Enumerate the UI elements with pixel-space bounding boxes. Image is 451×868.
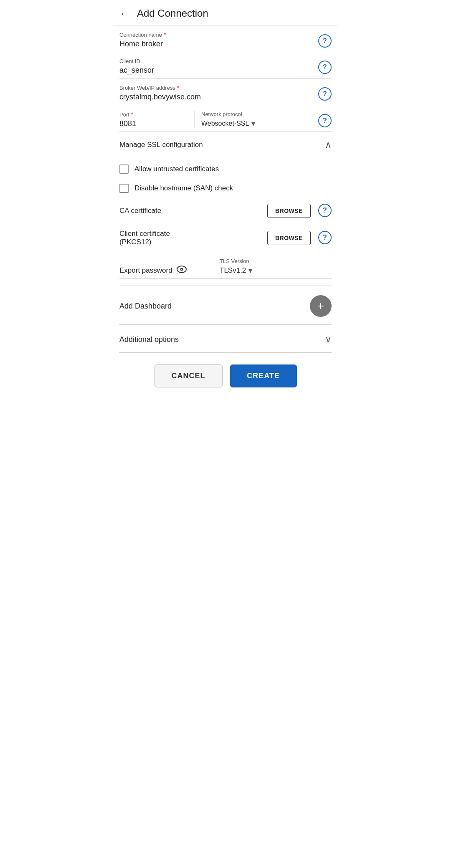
tls-version-value: TLSv1.2 [220,266,246,275]
tls-version-dropdown-arrow-icon: ▾ [248,266,252,275]
client-certificate-browse-button[interactable]: BROWSE [267,231,311,245]
export-password-label: Export password [119,266,172,275]
form: Connection name * Home broker ? Client I… [113,25,338,399]
disable-hostname-label: Disable hostname (SAN) check [134,184,233,192]
port-column: Port * 8081 [119,111,195,128]
ssl-section-header[interactable]: Manage SSL configuration ∧ [119,132,332,156]
ssl-section: Manage SSL configuration ∧ Allow untrust… [119,132,332,286]
client-certificate-label: Client certificate (PKCS12) [119,230,170,246]
eye-icon[interactable] [177,266,187,275]
tls-version-col: TLS Version TLSv1.2 ▾ [211,258,332,279]
client-id-help-icon[interactable]: ? [318,61,332,74]
export-password-col: Export password [119,266,211,279]
connection-name-value[interactable]: Home broker [119,40,314,48]
allow-untrusted-label: Allow untrusted certificates [134,165,219,173]
broker-address-field: Broker Web/IP address * crystalmq.bevywi… [119,78,332,105]
allow-untrusted-checkbox[interactable] [119,164,129,174]
disable-hostname-checkbox[interactable] [119,184,129,193]
broker-address-content: Broker Web/IP address * crystalmq.bevywi… [119,84,314,101]
protocol-dropdown-arrow-icon: ▾ [251,119,255,128]
protocol-label: Network protocol [201,111,314,117]
connection-name-help-icon[interactable]: ? [318,34,332,48]
client-certificate-row: Client certificate (PKCS12) BROWSE ? [119,224,332,252]
client-id-label: Client ID [119,58,314,64]
client-id-value[interactable]: ac_sensor [119,66,314,75]
ca-certificate-label: CA certificate [119,207,161,215]
network-protocol-help-icon[interactable]: ? [318,114,332,127]
create-button[interactable]: CREATE [230,364,297,387]
client-id-field: Client ID ac_sensor ? [119,52,332,78]
port-protocol-row: Port * 8081 Network protocol Websocket-S… [119,105,332,132]
ssl-collapse-icon: ∧ [325,139,332,150]
ca-certificate-browse-button[interactable]: BROWSE [267,204,311,218]
cancel-button[interactable]: CANCEL [155,364,223,387]
add-dashboard-row: Add Dashboard + [119,286,332,325]
footer-buttons: CANCEL CREATE [119,353,332,399]
svg-point-2 [181,269,182,270]
ca-certificate-row: CA certificate BROWSE ? [119,198,332,224]
ssl-title: Manage SSL configuration [119,141,203,149]
ca-certificate-actions: BROWSE ? [267,204,332,218]
port-value[interactable]: 8081 [119,119,186,128]
required-marker: * [164,31,166,38]
client-certificate-help-icon[interactable]: ? [318,231,332,244]
connection-name-label: Connection name * [119,31,314,38]
broker-address-value[interactable]: crystalmq.bevywise.com [119,93,314,101]
client-id-content: Client ID ac_sensor [119,58,314,75]
client-certificate-actions: BROWSE ? [267,231,332,245]
ca-certificate-help-icon[interactable]: ? [318,204,332,217]
tls-version-label: TLS Version [220,258,332,264]
additional-options-label: Additional options [119,335,179,344]
broker-address-label: Broker Web/IP address * [119,84,314,91]
additional-options-row[interactable]: Additional options ∨ [119,325,332,353]
export-tls-row: Export password TLS Version TLSv1.2 [119,252,332,279]
connection-name-content: Connection name * Home broker [119,31,314,48]
additional-options-expand-icon: ∨ [325,334,332,345]
back-button[interactable]: ← [119,8,130,19]
tls-version-select[interactable]: TLSv1.2 ▾ [220,266,332,275]
required-marker-port: * [131,111,133,118]
required-marker-broker: * [177,84,179,91]
allow-untrusted-row: Allow untrusted certificates [119,159,332,179]
header: ← Add Connection [113,0,338,25]
port-label: Port * [119,111,186,118]
protocol-column: Network protocol Websocket-SSL ▾ [201,111,314,128]
ssl-body: Allow untrusted certificates Disable hos… [119,156,332,286]
add-dashboard-label: Add Dashboard [119,302,172,311]
protocol-select[interactable]: Websocket-SSL ▾ [201,119,314,128]
protocol-value: Websocket-SSL [201,120,249,127]
connection-name-field: Connection name * Home broker ? [119,25,332,52]
add-dashboard-button[interactable]: + [310,295,332,317]
page-title: Add Connection [137,8,208,19]
disable-hostname-row: Disable hostname (SAN) check [119,179,332,198]
broker-address-help-icon[interactable]: ? [318,87,332,101]
